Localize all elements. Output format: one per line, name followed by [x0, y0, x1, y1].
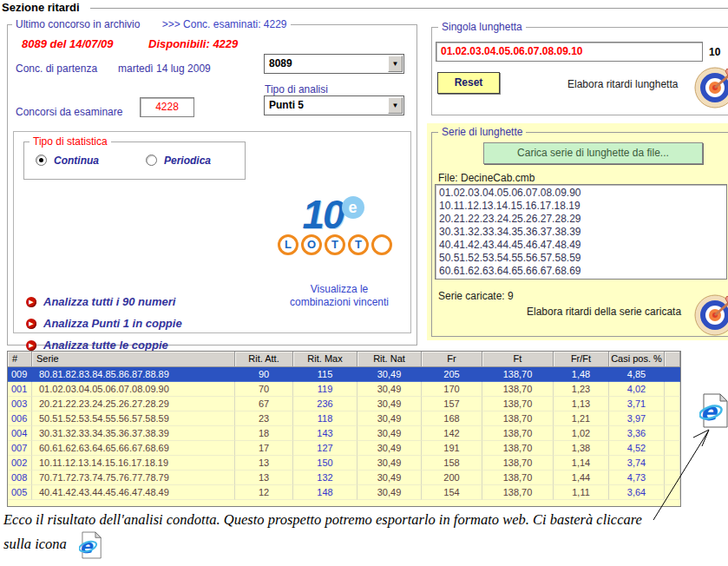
analysis-type-combobox[interactable]: Punti 5 ▼	[264, 95, 404, 115]
numbers-count-label: 10	[709, 46, 720, 58]
logo-10-text: 10	[302, 192, 343, 237]
table-cell: 1,11	[554, 485, 609, 500]
reset-button[interactable]: Reset	[437, 72, 500, 94]
analysis-combo-value: Punti 5	[269, 99, 304, 111]
column-header[interactable]: Rit. Att.	[235, 352, 293, 367]
table-cell: 138,70	[482, 397, 554, 411]
list-item[interactable]: 30.31.32.33.34.35.36.37.38.39	[439, 226, 726, 239]
radio-continua-label: Continua	[54, 155, 99, 167]
target-dart-icon[interactable]	[694, 67, 728, 109]
draw-number-combobox[interactable]: 8089 ▼	[264, 54, 404, 74]
table-cell: 200	[422, 471, 482, 485]
table-cell: 30,49	[357, 456, 422, 471]
tipo-analisi-label: Tipo di analisi	[265, 83, 328, 95]
table-row[interactable]: 00760.61.62.63.64.65.66.67.68.691712730,…	[8, 441, 680, 456]
analizza-tutte-coppie-link[interactable]: ▶Analizza tutte le coppie	[26, 339, 168, 352]
tipo-statistica-legend: Tipo di statistica	[30, 135, 111, 148]
table-cell: 004	[8, 426, 32, 441]
table-cell: 138,70	[482, 471, 554, 485]
target-dart-icon[interactable]	[694, 294, 728, 336]
table-cell: 236	[293, 397, 357, 411]
table-cell: 30,49	[357, 382, 422, 397]
table-cell: 138,70	[482, 441, 554, 456]
column-header[interactable]: Serie	[32, 352, 235, 367]
table-cell: 138,70	[482, 382, 554, 397]
conc-di-partenza-label: Conc. di partenza	[16, 63, 97, 75]
list-item[interactable]: 20.21.22.23.24.25.26.27.28.29	[439, 213, 726, 226]
table-cell: 1,13	[554, 397, 609, 411]
table-cell: 1,02	[554, 426, 609, 441]
table-cell: 30,49	[357, 367, 422, 382]
table-cell: 12	[235, 485, 293, 500]
table-cell: 30,49	[357, 426, 422, 441]
groupbox-legend-left: Ultimo concorso in archivio	[16, 18, 140, 30]
chevron-down-icon[interactable]: ▼	[388, 97, 403, 114]
column-header[interactable]: Fr/Ft	[554, 352, 609, 367]
column-header[interactable]: Fr	[422, 352, 482, 367]
logo-lotto-letters: L O T T	[278, 234, 392, 255]
column-header[interactable]: #	[8, 352, 32, 367]
table-row[interactable]: 00650.51.52.53.54.55.56.57.58.592311830,…	[8, 411, 680, 426]
table-cell: 006	[8, 411, 32, 426]
column-header[interactable]: Ft	[482, 352, 554, 367]
table-cell: 154	[422, 485, 482, 500]
title-rule	[90, 8, 728, 9]
table-cell: 50.51.52.53.54.55.56.57.58.59	[32, 411, 235, 426]
chevron-down-icon[interactable]: ▼	[388, 56, 403, 72]
list-item[interactable]: 01.02.03.04.05.06.07.08.09.90	[439, 187, 726, 200]
table-cell: 002	[8, 456, 32, 471]
list-item[interactable]: 60.61.62.63.64.65.66.67.68.69	[439, 265, 726, 278]
table-cell: 1,14	[554, 456, 609, 471]
table-cell: 30,49	[357, 485, 422, 500]
table-cell: 30,49	[357, 397, 422, 411]
table-row[interactable]: 00540.41.42.43.44.45.46.47.48.491214830,…	[8, 485, 680, 500]
radio-continua[interactable]: Continua	[36, 155, 99, 167]
visualizza-combinazioni-link[interactable]: Visualizza le combinazioni vincenti	[270, 283, 409, 309]
table-cell: 1,38	[554, 441, 609, 456]
table-cell: 191	[422, 441, 482, 456]
column-header[interactable]: Casi pos. %	[609, 352, 665, 367]
series-listbox[interactable]: 01.02.03.04.05.06.07.08.09.9010.11.12.13…	[435, 184, 727, 280]
radio-periodica[interactable]: Periodica	[146, 155, 211, 167]
table-row[interactable]: 00101.02.03.04.05.06.07.08.09.907011930,…	[8, 382, 680, 397]
page-title: Sezione ritardi	[2, 1, 80, 14]
table-row[interactable]: 00210.11.12.13.14.15.16.17.18.191315030,…	[8, 456, 680, 471]
concorsi-da-esaminare-input[interactable]: 4228	[140, 97, 194, 117]
conc-esaminati-label: >>> Conc. esaminati: 4229	[162, 18, 287, 30]
list-item[interactable]: 40.41.42.43.44.45.46.47.48.49	[439, 239, 726, 252]
table-cell: 4,85	[609, 367, 665, 382]
column-header[interactable]: Rit. Max	[293, 352, 357, 367]
table-cell: 17	[235, 441, 293, 456]
radio-button-icon[interactable]	[146, 155, 157, 166]
table-row[interactable]: 00320.21.22.23.24.25.26.27.28.296723630,…	[8, 397, 680, 411]
column-header[interactable]: Rit. Nat	[357, 352, 422, 367]
table-cell: 118	[293, 411, 357, 426]
ie-icon: e	[79, 531, 102, 559]
table-cell: 40.41.42.43.44.45.46.47.48.49	[32, 485, 235, 500]
serie-caricate-label: Serie caricate: 9	[438, 290, 514, 302]
table-cell: 18	[235, 426, 293, 441]
table-cell: 115	[293, 367, 357, 382]
table-row[interactable]: 00430.31.32.33.34.35.36.37.38.391814330,…	[8, 426, 680, 441]
analizza-punti1-coppie-link[interactable]: ▶Analizza Punti 1 in coppie	[26, 317, 182, 330]
elabora-ritardi-lunghetta-label: Elabora ritardi lunghetta	[567, 78, 678, 90]
singola-lunghetta-groupbox: Singola lunghetta 01.02.03.04.05.06.07.0…	[431, 27, 728, 115]
table-cell: 007	[8, 441, 32, 456]
carica-serie-button[interactable]: Carica serie di lunghette da file...	[483, 142, 703, 164]
table-row[interactable]: 00870.71.72.73.74.75.76.77.78.791313230,…	[8, 471, 680, 485]
lunghetta-input[interactable]: 01.02.03.04.05.06.07.08.09.10	[436, 42, 703, 62]
radio-button-icon[interactable]	[36, 155, 47, 166]
table-cell: 150	[293, 456, 357, 471]
red-arrow-bullet-icon: ▶	[26, 297, 36, 307]
column-header[interactable]	[665, 352, 680, 367]
analizza-90-numeri-link[interactable]: ▶Analizza tutti i 90 numeri	[26, 295, 175, 308]
table-cell: 127	[293, 441, 357, 456]
list-item[interactable]: 10.11.12.13.14.15.16.17.18.19	[439, 200, 726, 213]
table-cell: 1,23	[554, 382, 609, 397]
table-row[interactable]: 00980.81.82.83.84.85.86.87.88.899011530,…	[8, 367, 680, 382]
singola-lunghetta-legend: Singola lunghetta	[438, 21, 526, 33]
svg-text:e: e	[80, 536, 95, 557]
table-cell: 142	[422, 426, 482, 441]
results-table: #SerieRit. Att.Rit. MaxRit. NatFrFtFr/Ft…	[7, 351, 681, 507]
list-item[interactable]: 50.51.52.53.54.55.56.57.58.59	[439, 252, 726, 265]
